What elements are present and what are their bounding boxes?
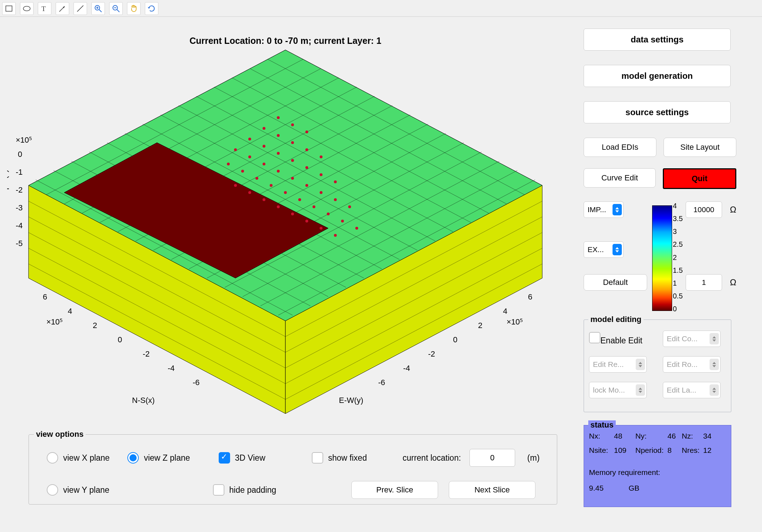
svg-point-63: [248, 155, 251, 158]
line-icon[interactable]: [73, 2, 87, 15]
quit-button[interactable]: Quit: [663, 168, 736, 189]
svg-point-77: [313, 205, 315, 208]
hide-padding-check[interactable]: hide padding: [213, 484, 276, 496]
load-edis-button[interactable]: Load EDIs: [584, 138, 656, 157]
memory-value: 9.45: [589, 484, 604, 492]
site-layout-button[interactable]: Site Layout: [664, 138, 736, 157]
model-editing-panel: model editing Enable Edit Edit Co... Edi…: [584, 319, 731, 412]
svg-text:T: T: [41, 5, 46, 12]
svg-text:N-S(x): N-S(x): [132, 396, 155, 405]
svg-point-53: [305, 148, 308, 151]
edit-ro-popup[interactable]: Edit Ro...: [663, 356, 721, 373]
svg-point-80: [355, 227, 358, 230]
data-settings-button[interactable]: data settings: [584, 29, 731, 51]
svg-point-86: [305, 220, 308, 222]
chevron-updown-icon[interactable]: [613, 244, 622, 255]
source-settings-button[interactable]: source settings: [584, 101, 731, 123]
svg-text:-4: -4: [168, 364, 175, 373]
nsite-value: 109: [614, 446, 635, 455]
export-popup[interactable]: EX...: [584, 241, 624, 258]
svg-point-47: [277, 116, 280, 119]
nres-value: 12: [703, 446, 717, 455]
chevron-updown-icon[interactable]: [636, 384, 645, 396]
svg-point-74: [270, 184, 273, 187]
svg-text:×10⁵: ×10⁵: [46, 317, 63, 326]
svg-point-58: [291, 159, 294, 162]
rect-icon[interactable]: [2, 2, 16, 15]
svg-point-59: [305, 166, 308, 169]
current-location-input[interactable]: [469, 449, 515, 467]
svg-point-81: [234, 184, 237, 187]
lock-mo-popup[interactable]: lock Mo...: [589, 382, 647, 398]
colorbar: 4 3.5 3 2.5 2 1.5 1 0.5 0: [652, 205, 702, 312]
svg-text:-1: -1: [16, 168, 23, 177]
view-options-legend: view options: [34, 430, 86, 439]
nx-label: Nx:: [589, 432, 614, 440]
enable-edit-check[interactable]: Enable Edit: [589, 332, 652, 346]
restore-icon[interactable]: [145, 2, 158, 15]
svg-point-52: [291, 141, 294, 144]
svg-text:6: 6: [43, 292, 47, 301]
show-fixed-check[interactable]: show fixed: [312, 452, 367, 464]
ohm-unit: Ω: [730, 205, 736, 215]
svg-point-60: [320, 173, 322, 176]
svg-point-50: [263, 127, 265, 130]
chevron-updown-icon[interactable]: [710, 359, 719, 370]
memory-unit: GB: [629, 484, 639, 492]
svg-point-72: [241, 170, 244, 173]
3d-view-check[interactable]: 3D View: [219, 452, 265, 464]
svg-text:-6: -6: [193, 378, 200, 387]
model-editing-legend: model editing: [588, 315, 644, 324]
svg-point-67: [305, 184, 308, 187]
svg-point-57: [277, 152, 280, 155]
svg-point-69: [334, 198, 337, 201]
ellipse-icon[interactable]: [20, 2, 34, 15]
import-popup[interactable]: IMP...: [584, 201, 624, 218]
chevron-updown-icon[interactable]: [636, 359, 645, 370]
ny-label: Ny:: [635, 432, 667, 440]
svg-point-79: [341, 220, 344, 222]
chevron-updown-icon[interactable]: [710, 384, 719, 396]
ohm-unit: Ω: [730, 277, 736, 287]
svg-text:Depth(z): Depth(z): [7, 170, 9, 200]
svg-line-11: [117, 10, 120, 12]
svg-text:-4: -4: [403, 364, 410, 373]
svg-text:4: 4: [503, 307, 507, 316]
svg-text:6: 6: [528, 292, 532, 301]
svg-point-78: [327, 213, 330, 215]
svg-text:-2: -2: [16, 185, 23, 194]
zoom-in-icon[interactable]: [91, 2, 105, 15]
text-icon[interactable]: T: [38, 2, 51, 15]
edit-re-popup[interactable]: Edit Re...: [589, 356, 647, 373]
arrow-icon[interactable]: [56, 2, 69, 15]
model-generation-button[interactable]: model generation: [584, 65, 731, 87]
zoom-out-icon[interactable]: [109, 2, 123, 15]
default-button[interactable]: Default: [584, 274, 647, 291]
edit-la-popup[interactable]: Edit La...: [663, 382, 721, 398]
plot-3d[interactable]: 0 -1 -2 -3 -4 -5 ×10⁵ Depth(z) 6 4 2 0 -…: [7, 43, 564, 417]
svg-point-88: [334, 234, 337, 237]
next-slice-button[interactable]: Next Slice: [449, 481, 535, 499]
svg-marker-13: [148, 7, 150, 9]
svg-point-87: [320, 227, 322, 230]
nz-value: 34: [703, 432, 717, 440]
svg-text:-2: -2: [143, 349, 150, 358]
svg-text:0: 0: [118, 335, 122, 344]
svg-text:×10⁵: ×10⁵: [507, 317, 523, 326]
view-y-plane-radio[interactable]: view Y plane: [47, 484, 110, 496]
view-z-plane-radio[interactable]: view Z plane: [127, 452, 190, 464]
svg-text:-2: -2: [428, 349, 435, 358]
svg-text:-5: -5: [16, 239, 23, 248]
annotation-toolbar: T: [2, 1, 158, 16]
curve-edit-button[interactable]: Curve Edit: [584, 168, 656, 188]
svg-line-5: [77, 5, 83, 11]
edit-co-popup[interactable]: Edit Co...: [663, 331, 721, 347]
chevron-updown-icon[interactable]: [613, 204, 622, 215]
chevron-updown-icon[interactable]: [710, 333, 719, 344]
view-x-plane-radio[interactable]: view X plane: [47, 452, 110, 464]
svg-point-68: [320, 191, 322, 194]
prev-slice-button[interactable]: Prev. Slice: [351, 481, 438, 499]
pan-icon[interactable]: [127, 2, 141, 15]
current-location-label: current location:: [402, 453, 461, 463]
svg-text:0: 0: [18, 150, 22, 159]
